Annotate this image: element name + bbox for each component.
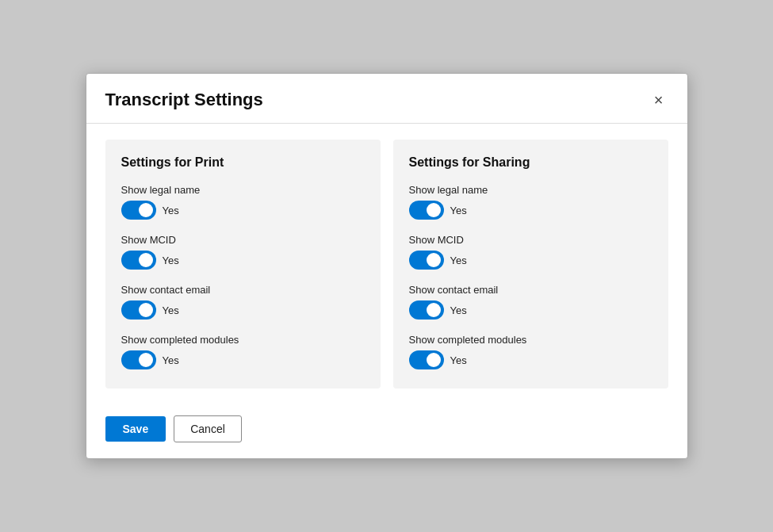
sharing-show-contact-email-item: Show contact email Yes — [409, 284, 652, 320]
sharing-show-contact-email-toggle[interactable] — [409, 300, 444, 320]
sharing-show-mcid-toggle-row: Yes — [409, 251, 652, 270]
sharing-show-mcid-yes: Yes — [450, 255, 467, 266]
sharing-show-mcid-toggle[interactable] — [409, 251, 444, 270]
sharing-panel-title: Settings for Sharing — [409, 155, 652, 170]
sharing-settings-panel: Settings for Sharing Show legal name Yes… — [393, 140, 668, 388]
print-show-completed-modules-item: Show completed modules Yes — [121, 334, 365, 369]
cancel-button[interactable]: Cancel — [174, 415, 242, 442]
sharing-show-mcid-label: Show MCID — [409, 234, 652, 246]
print-show-legal-name-item: Show legal name Yes — [121, 184, 365, 220]
sharing-show-legal-name-toggle-row: Yes — [409, 201, 652, 220]
print-show-mcid-label: Show MCID — [121, 234, 365, 246]
sharing-show-completed-modules-toggle-row: Yes — [409, 350, 652, 369]
print-show-contact-email-yes: Yes — [163, 304, 179, 316]
sharing-show-legal-name-label: Show legal name — [409, 184, 652, 196]
print-settings-panel: Settings for Print Show legal name Yes S… — [105, 140, 381, 388]
print-show-mcid-item: Show MCID Yes — [121, 234, 365, 270]
sharing-show-contact-email-label: Show contact email — [409, 284, 652, 296]
print-show-contact-email-label: Show contact email — [121, 284, 365, 296]
sharing-show-completed-modules-yes: Yes — [450, 354, 467, 366]
print-show-legal-name-yes: Yes — [163, 205, 179, 216]
print-show-mcid-toggle[interactable] — [121, 251, 156, 270]
sharing-show-legal-name-yes: Yes — [450, 205, 467, 216]
sharing-show-legal-name-toggle[interactable] — [409, 201, 444, 220]
dialog-footer: Save Cancel — [86, 404, 687, 458]
print-show-contact-email-toggle[interactable] — [121, 300, 156, 320]
sharing-show-completed-modules-toggle[interactable] — [409, 350, 444, 369]
sharing-show-mcid-item: Show MCID Yes — [409, 234, 652, 270]
sharing-show-contact-email-toggle-row: Yes — [409, 300, 652, 320]
print-show-completed-modules-yes: Yes — [163, 354, 179, 366]
dialog-header: Transcript Settings × — [86, 74, 687, 124]
print-show-legal-name-toggle-row: Yes — [121, 201, 365, 220]
print-panel-title: Settings for Print — [121, 155, 365, 170]
save-button[interactable]: Save — [105, 416, 166, 442]
print-show-legal-name-toggle[interactable] — [121, 201, 156, 220]
print-show-completed-modules-toggle-row: Yes — [121, 350, 365, 369]
sharing-show-contact-email-yes: Yes — [450, 304, 467, 316]
print-show-contact-email-toggle-row: Yes — [121, 300, 365, 320]
sharing-show-completed-modules-item: Show completed modules Yes — [409, 334, 652, 369]
print-show-completed-modules-toggle[interactable] — [121, 350, 156, 369]
dialog-body: Settings for Print Show legal name Yes S… — [86, 124, 687, 404]
close-button[interactable]: × — [649, 90, 668, 109]
sharing-show-completed-modules-label: Show completed modules — [409, 334, 652, 346]
print-show-contact-email-item: Show contact email Yes — [121, 284, 365, 320]
transcript-settings-dialog: Transcript Settings × Settings for Print… — [86, 73, 688, 459]
dialog-title: Transcript Settings — [105, 90, 263, 110]
print-show-legal-name-label: Show legal name — [121, 184, 365, 196]
print-show-completed-modules-label: Show completed modules — [121, 334, 365, 346]
print-show-mcid-yes: Yes — [163, 255, 179, 266]
print-show-mcid-toggle-row: Yes — [121, 251, 365, 270]
sharing-show-legal-name-item: Show legal name Yes — [409, 184, 652, 220]
